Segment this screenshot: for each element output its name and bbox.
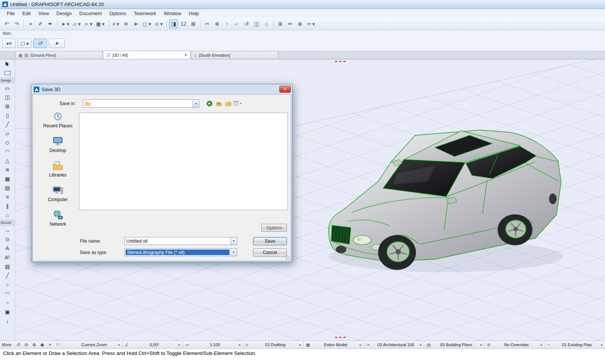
place-desktop[interactable]: Desktop <box>39 136 77 153</box>
menu-item[interactable]: View <box>34 9 53 17</box>
design-tool[interactable]: ▤ <box>2 183 13 192</box>
toolbar-button[interactable] <box>109 20 109 28</box>
status-icon-button[interactable]: ⚐ <box>54 342 62 347</box>
status-icon-button[interactable]: ⊕ <box>30 342 38 347</box>
design-tool[interactable]: ∥ <box>2 201 13 211</box>
back-button[interactable] <box>205 100 213 107</box>
toolbar-button[interactable]: ◨ <box>169 19 178 28</box>
design-tool[interactable]: ╱ <box>2 120 13 129</box>
document-tool[interactable]: A¹ <box>2 253 13 262</box>
document-tool[interactable]: ▨ <box>2 262 13 271</box>
menu-item[interactable]: Help <box>185 9 203 17</box>
menu-item[interactable]: Teamwork <box>130 9 160 17</box>
toolbar-button[interactable]: ⊞ <box>276 19 285 28</box>
document-tool[interactable]: ↓ <box>2 316 13 325</box>
toolbar-button[interactable]: ≋ <box>121 19 130 28</box>
status-segment[interactable]: ✑ 03 Architectural 100 ▸ <box>364 341 424 349</box>
document-tool[interactable]: ╱ <box>2 271 13 280</box>
dialog-title-bar[interactable]: Save 3D × <box>31 84 292 94</box>
file-name-input[interactable]: Untitled.stl ▾ <box>124 237 237 245</box>
tab-ground-floor[interactable]: ▦ [0. Ground Floor] <box>15 51 103 59</box>
toolbar-button[interactable]: ⌐ <box>232 19 241 28</box>
document-tool[interactable]: ~ <box>2 298 13 307</box>
status-segment[interactable]: ▦ Entire Model ▸ <box>303 341 364 349</box>
marqu­ee-tool[interactable] <box>2 68 13 77</box>
design-tool[interactable]: ▱ <box>2 129 13 138</box>
document-tool[interactable]: A <box>2 244 13 253</box>
quick-toolbar-button[interactable]: ▸≡ <box>2 39 16 48</box>
dropdown-arrow-icon[interactable]: ▾ <box>230 249 237 256</box>
toolbar-button[interactable]: 12 <box>179 19 188 28</box>
toolbar-button[interactable]: ↺ <box>242 19 251 28</box>
place-libraries[interactable]: Libraries <box>39 160 77 178</box>
status-icon-button[interactable]: ◉ <box>38 342 46 347</box>
toolbar-button[interactable] <box>23 20 24 28</box>
menu-item[interactable]: File <box>3 9 19 17</box>
save-button[interactable]: Save <box>253 237 287 245</box>
toolbar-button[interactable]: ▢ ▾ <box>141 19 152 28</box>
place-network[interactable]: Network <box>39 209 77 227</box>
toolbar-button[interactable]: ✐ <box>36 19 45 28</box>
toolbar-button[interactable]: ⊕ <box>213 19 222 28</box>
toolbar-button[interactable]: ⊠ <box>189 19 198 28</box>
toolbar-button[interactable] <box>200 20 200 28</box>
toolbar-button[interactable] <box>166 20 167 28</box>
status-icon-button[interactable]: ⊖ <box>22 342 30 347</box>
design-tool[interactable]: ◇ <box>2 138 13 147</box>
car-3d-model[interactable] <box>321 125 563 276</box>
toolbar-button[interactable]: ↶ <box>2 19 11 28</box>
file-list[interactable] <box>79 113 288 210</box>
toolbar-button[interactable]: # ▾ <box>111 19 121 28</box>
toolbar-button[interactable]: ✑ ▾ <box>305 19 316 28</box>
close-button[interactable]: × <box>279 86 291 93</box>
tab-close-icon[interactable]: × <box>184 53 187 57</box>
toolbar-button[interactable]: ✒ <box>46 19 55 28</box>
toolbar-button[interactable]: ✏ <box>285 19 295 28</box>
status-segment[interactable]: Current Zoom ▸ <box>62 341 123 349</box>
toolbar-button[interactable]: ✂ <box>203 19 212 28</box>
tab-south-elevation[interactable]: ⌂ [South Elevation] <box>191 51 278 59</box>
dropdown-arrow-icon[interactable]: ▾ <box>192 100 199 107</box>
toolbar-button[interactable]: ▦ ▾ <box>95 19 106 28</box>
design-tool[interactable]: ▦ <box>2 174 13 183</box>
status-segment[interactable]: ∠ 0,00° ▸ <box>123 341 183 349</box>
document-tool[interactable]: ⊙ <box>2 235 13 244</box>
tab-3d-all[interactable]: ◳ [3D / All] × <box>103 51 191 59</box>
menu-item[interactable]: Window <box>160 9 185 17</box>
design-tool[interactable]: ◫ <box>2 93 13 102</box>
toolbar-button[interactable]: ⊕ <box>295 19 304 28</box>
cancel-button[interactable]: Cancel <box>253 248 287 257</box>
status-segment[interactable]: ⊘ No Overrides ▸ <box>484 341 545 349</box>
design-tool[interactable]: ◠ <box>2 147 13 156</box>
toolbar-button[interactable]: ➤ <box>131 19 140 28</box>
design-tool[interactable]: △ <box>2 156 13 165</box>
save-in-combo[interactable]: ▾ <box>83 99 199 108</box>
dropdown-arrow-icon[interactable]: ▾ <box>230 237 237 245</box>
more-button[interactable]: More <box>0 342 14 347</box>
toolbar-button[interactable]: ⌖ <box>26 19 35 28</box>
quick-toolbar-button[interactable]: ↺ <box>33 39 47 48</box>
place-computer[interactable]: Computer <box>39 185 77 202</box>
design-tool[interactable]: ⌂ <box>2 211 13 220</box>
document-tool[interactable]: ▣ <box>2 307 13 316</box>
view-menu-button[interactable]: ▾ <box>234 100 242 107</box>
toolbar-button[interactable]: ▱ ▾ <box>71 19 82 28</box>
resize-grip[interactable] <box>285 255 290 260</box>
toolbar-button[interactable]: ≍ ▾ <box>83 19 94 28</box>
menu-item[interactable]: Edit <box>19 9 34 17</box>
toolbar-button[interactable] <box>57 20 57 28</box>
design-tool[interactable]: ⊞ <box>2 102 13 111</box>
design-tool[interactable]: ≋ <box>2 165 13 174</box>
status-segment[interactable]: ▤ 03 Building Plans ▸ <box>424 341 484 349</box>
toolbar-button[interactable]: ⊙ ▾ <box>153 19 164 28</box>
document-tool[interactable]: ○ <box>2 280 13 289</box>
toolbar-button[interactable]: ➤ ▾ <box>60 19 71 28</box>
new-folder-button[interactable] <box>224 100 232 107</box>
status-icon-button[interactable]: ⌖ <box>46 342 54 347</box>
toolbar-button[interactable]: ⌂ <box>262 19 271 28</box>
quick-toolbar-button[interactable]: ➤ <box>49 39 65 48</box>
quick-toolbar-button[interactable]: ▢ ▸ <box>18 39 31 48</box>
menu-item[interactable]: Document <box>76 9 105 17</box>
design-tool[interactable]: ▯ <box>2 111 13 120</box>
up-one-level-button[interactable] <box>215 100 223 107</box>
